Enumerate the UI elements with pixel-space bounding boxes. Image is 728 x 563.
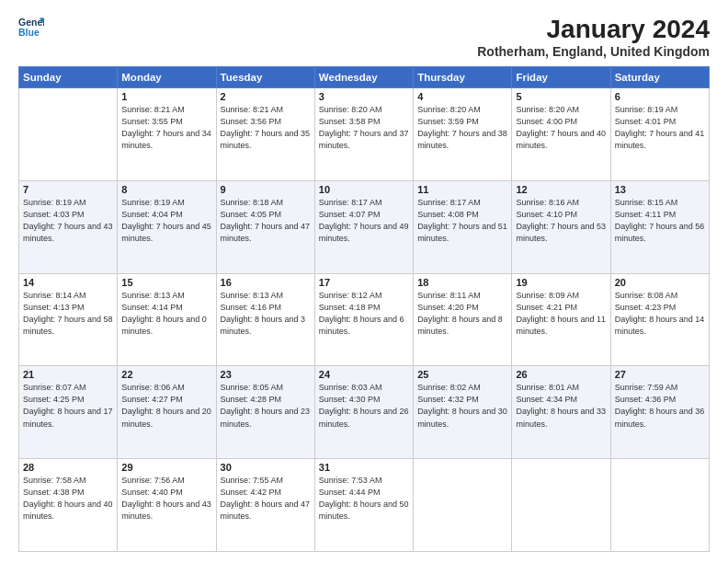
calendar-week-row: 7Sunrise: 8:19 AMSunset: 4:03 PMDaylight… (19, 180, 710, 273)
table-row: 8Sunrise: 8:19 AMSunset: 4:04 PMDaylight… (118, 180, 216, 273)
day-number: 22 (121, 369, 211, 380)
table-row: 14Sunrise: 8:14 AMSunset: 4:13 PMDayligh… (19, 273, 118, 366)
table-row: 13Sunrise: 8:15 AMSunset: 4:11 PMDayligh… (610, 180, 709, 273)
day-number: 5 (516, 91, 606, 102)
table-row: 12Sunrise: 8:16 AMSunset: 4:10 PMDayligh… (512, 180, 610, 273)
cell-text: Sunrise: 8:12 AMSunset: 4:18 PMDaylight:… (319, 290, 409, 338)
day-number: 25 (417, 369, 507, 380)
table-row: 2Sunrise: 8:21 AMSunset: 3:56 PMDaylight… (216, 88, 314, 181)
day-number: 27 (615, 369, 705, 380)
cell-text: Sunrise: 7:56 AMSunset: 4:40 PMDaylight:… (121, 475, 211, 523)
day-number: 3 (319, 91, 409, 102)
day-number: 20 (615, 277, 705, 288)
day-number: 6 (615, 91, 705, 102)
svg-text:Blue: Blue (18, 27, 40, 38)
table-row: 1Sunrise: 8:21 AMSunset: 3:55 PMDaylight… (118, 88, 216, 181)
logo: General Blue (18, 15, 44, 40)
cell-text: Sunrise: 8:03 AMSunset: 4:30 PMDaylight:… (319, 382, 409, 430)
col-thursday: Thursday (414, 67, 512, 88)
day-number: 9 (221, 184, 311, 195)
table-row (512, 459, 610, 552)
cell-text: Sunrise: 8:17 AMSunset: 4:08 PMDaylight:… (417, 197, 507, 245)
cell-text: Sunrise: 8:21 AMSunset: 3:56 PMDaylight:… (221, 104, 311, 152)
main-title: January 2024 (477, 15, 710, 44)
subtitle: Rotherham, England, United Kingdom (477, 44, 710, 59)
day-number: 28 (23, 462, 113, 473)
table-row: 27Sunrise: 7:59 AMSunset: 4:36 PMDayligh… (610, 366, 709, 459)
table-row: 21Sunrise: 8:07 AMSunset: 4:25 PMDayligh… (19, 366, 118, 459)
day-number: 10 (319, 184, 409, 195)
logo-icon: General Blue (18, 15, 44, 40)
table-row (414, 459, 512, 552)
col-wednesday: Wednesday (314, 67, 413, 88)
table-row (19, 88, 118, 181)
header: General Blue January 2024 Rotherham, Eng… (18, 15, 710, 59)
table-row: 20Sunrise: 8:08 AMSunset: 4:23 PMDayligh… (610, 273, 709, 366)
cell-text: Sunrise: 7:55 AMSunset: 4:42 PMDaylight:… (221, 475, 311, 523)
title-block: January 2024 Rotherham, England, United … (477, 15, 710, 59)
table-row: 30Sunrise: 7:55 AMSunset: 4:42 PMDayligh… (216, 459, 314, 552)
table-row: 26Sunrise: 8:01 AMSunset: 4:34 PMDayligh… (512, 366, 610, 459)
cell-text: Sunrise: 8:13 AMSunset: 4:16 PMDaylight:… (221, 290, 311, 338)
calendar-table: Sunday Monday Tuesday Wednesday Thursday… (18, 66, 710, 552)
day-number: 24 (319, 369, 409, 380)
col-friday: Friday (512, 67, 610, 88)
col-saturday: Saturday (610, 67, 709, 88)
cell-text: Sunrise: 8:19 AMSunset: 4:03 PMDaylight:… (23, 197, 113, 245)
day-number: 1 (121, 91, 211, 102)
calendar-week-row: 1Sunrise: 8:21 AMSunset: 3:55 PMDaylight… (19, 88, 710, 181)
cell-text: Sunrise: 8:20 AMSunset: 4:00 PMDaylight:… (516, 104, 606, 152)
day-number: 7 (23, 184, 113, 195)
table-row: 31Sunrise: 7:53 AMSunset: 4:44 PMDayligh… (314, 459, 413, 552)
table-row: 19Sunrise: 8:09 AMSunset: 4:21 PMDayligh… (512, 273, 610, 366)
day-number: 12 (516, 184, 606, 195)
col-sunday: Sunday (19, 67, 118, 88)
page: General Blue January 2024 Rotherham, Eng… (0, 0, 728, 563)
table-row: 29Sunrise: 7:56 AMSunset: 4:40 PMDayligh… (118, 459, 216, 552)
table-row: 6Sunrise: 8:19 AMSunset: 4:01 PMDaylight… (610, 88, 709, 181)
cell-text: Sunrise: 8:13 AMSunset: 4:14 PMDaylight:… (121, 290, 211, 338)
cell-text: Sunrise: 8:17 AMSunset: 4:07 PMDaylight:… (319, 197, 409, 245)
day-number: 2 (221, 91, 311, 102)
table-row: 28Sunrise: 7:58 AMSunset: 4:38 PMDayligh… (19, 459, 118, 552)
calendar-week-row: 28Sunrise: 7:58 AMSunset: 4:38 PMDayligh… (19, 459, 710, 552)
table-row: 7Sunrise: 8:19 AMSunset: 4:03 PMDaylight… (19, 180, 118, 273)
day-number: 17 (319, 277, 409, 288)
day-number: 11 (417, 184, 507, 195)
day-number: 13 (615, 184, 705, 195)
table-row: 18Sunrise: 8:11 AMSunset: 4:20 PMDayligh… (414, 273, 512, 366)
day-number: 29 (121, 462, 211, 473)
cell-text: Sunrise: 7:53 AMSunset: 4:44 PMDaylight:… (319, 475, 409, 523)
day-number: 26 (516, 369, 606, 380)
cell-text: Sunrise: 8:16 AMSunset: 4:10 PMDaylight:… (516, 197, 606, 245)
table-row (610, 459, 709, 552)
day-number: 30 (221, 462, 311, 473)
day-number: 14 (23, 277, 113, 288)
cell-text: Sunrise: 7:59 AMSunset: 4:36 PMDaylight:… (615, 382, 705, 430)
table-row: 15Sunrise: 8:13 AMSunset: 4:14 PMDayligh… (118, 273, 216, 366)
day-number: 8 (121, 184, 211, 195)
cell-text: Sunrise: 8:02 AMSunset: 4:32 PMDaylight:… (417, 382, 507, 430)
cell-text: Sunrise: 8:18 AMSunset: 4:05 PMDaylight:… (221, 197, 311, 245)
day-number: 15 (121, 277, 211, 288)
table-row: 5Sunrise: 8:20 AMSunset: 4:00 PMDaylight… (512, 88, 610, 181)
col-monday: Monday (118, 67, 216, 88)
cell-text: Sunrise: 8:06 AMSunset: 4:27 PMDaylight:… (121, 382, 211, 430)
table-row: 4Sunrise: 8:20 AMSunset: 3:59 PMDaylight… (414, 88, 512, 181)
cell-text: Sunrise: 8:19 AMSunset: 4:01 PMDaylight:… (615, 104, 705, 152)
day-number: 4 (417, 91, 507, 102)
day-number: 18 (417, 277, 507, 288)
table-row: 9Sunrise: 8:18 AMSunset: 4:05 PMDaylight… (216, 180, 314, 273)
cell-text: Sunrise: 8:11 AMSunset: 4:20 PMDaylight:… (417, 290, 507, 338)
table-row: 25Sunrise: 8:02 AMSunset: 4:32 PMDayligh… (414, 366, 512, 459)
cell-text: Sunrise: 8:19 AMSunset: 4:04 PMDaylight:… (121, 197, 211, 245)
day-number: 21 (23, 369, 113, 380)
col-tuesday: Tuesday (216, 67, 314, 88)
table-row: 22Sunrise: 8:06 AMSunset: 4:27 PMDayligh… (118, 366, 216, 459)
table-row: 23Sunrise: 8:05 AMSunset: 4:28 PMDayligh… (216, 366, 314, 459)
cell-text: Sunrise: 8:01 AMSunset: 4:34 PMDaylight:… (516, 382, 606, 430)
calendar-week-row: 14Sunrise: 8:14 AMSunset: 4:13 PMDayligh… (19, 273, 710, 366)
day-number: 31 (319, 462, 409, 473)
table-row: 3Sunrise: 8:20 AMSunset: 3:58 PMDaylight… (314, 88, 413, 181)
cell-text: Sunrise: 8:08 AMSunset: 4:23 PMDaylight:… (615, 290, 705, 338)
